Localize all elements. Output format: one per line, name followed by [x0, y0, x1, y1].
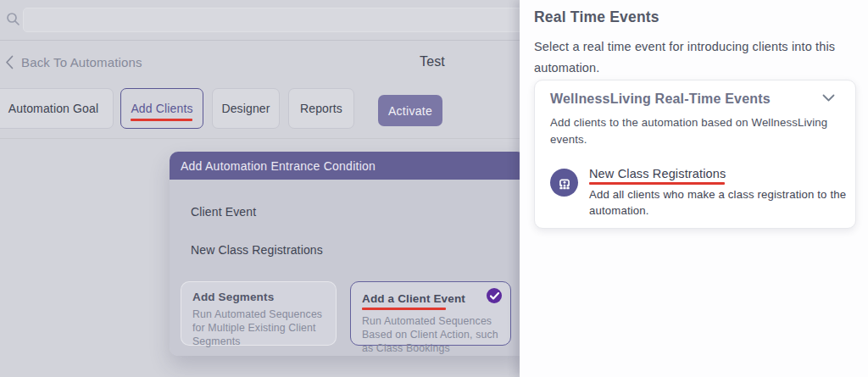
group-title: WellnessLiving Real-Time Events [550, 91, 771, 107]
option-add-client-event[interactable]: Add a Client Event Run Automated Sequenc… [350, 281, 511, 346]
entrance-condition-modal: Add Automation Entrance Condition Client… [170, 152, 520, 356]
wellnessliving-events-group[interactable]: WellnessLiving Real-Time Events Add clie… [534, 80, 856, 229]
modal-title: Add Automation Entrance Condition [181, 159, 376, 173]
tab-automation-goal[interactable]: Automation Goal [0, 88, 114, 129]
breadcrumb: Back To Automations Test [0, 41, 520, 88]
annotation-underline [362, 308, 446, 310]
back-to-automations-link[interactable]: Back To Automations [5, 55, 142, 69]
event-title[interactable]: New Class Registrations [589, 167, 726, 180]
panel-title: Real Time Events [534, 8, 659, 26]
option-title: Add a Client Event [362, 292, 465, 305]
automation-builder-app: Back To Automations Test Automation Goal… [0, 0, 868, 377]
client-event-value[interactable]: New Class Registrations [191, 243, 323, 257]
check-icon [490, 292, 499, 300]
event-description: Add all clients who make a class registr… [589, 186, 857, 219]
page-title: Test [390, 54, 475, 69]
event-text: New Class Registrations Add all clients … [589, 166, 857, 219]
option-title: Add Segments [192, 291, 325, 303]
automation-editor-area: Back To Automations Test Automation Goal… [0, 0, 520, 377]
search-input[interactable] [23, 8, 520, 32]
topbar [0, 0, 520, 41]
annotation-underline [589, 182, 725, 185]
selected-check-badge [487, 288, 502, 303]
class-registration-icon [550, 169, 578, 197]
panel-subtitle: Select a real time event for introducing… [534, 36, 848, 79]
modal-header: Add Automation Entrance Condition [170, 152, 520, 180]
option-description: Run Automated Sequences Based on Client … [362, 314, 499, 355]
tab-designer[interactable]: Designer [212, 88, 280, 129]
back-link-label: Back To Automations [21, 55, 142, 69]
tab-add-clients[interactable]: Add Clients [120, 88, 203, 129]
group-description: Add clients to the automation based on W… [550, 114, 843, 148]
real-time-events-panel: Real Time Events Select a real time even… [520, 0, 868, 377]
entrance-option-cards: Add Segments Run Automated Sequences for… [181, 281, 511, 346]
tab-reports[interactable]: Reports [288, 88, 354, 129]
activate-button[interactable]: Activate [378, 95, 442, 126]
option-description: Run Automated Sequences for Multiple Exi… [192, 308, 325, 348]
tabs-row: Automation Goal Add Clients Designer Rep… [0, 88, 520, 129]
tab-add-clients-label: Add Clients [131, 102, 192, 115]
annotation-underline [131, 119, 192, 121]
event-new-class-registrations[interactable]: New Class Registrations Add all clients … [550, 166, 857, 219]
divider [0, 138, 520, 139]
option-add-segments[interactable]: Add Segments Run Automated Sequences for… [181, 281, 337, 346]
chevron-down-icon[interactable] [822, 94, 835, 102]
modal-body: Client Event New Class Registrations Add… [170, 180, 520, 356]
client-event-label: Client Event [191, 205, 256, 219]
search-icon [6, 12, 20, 26]
chevron-left-icon [5, 55, 14, 69]
